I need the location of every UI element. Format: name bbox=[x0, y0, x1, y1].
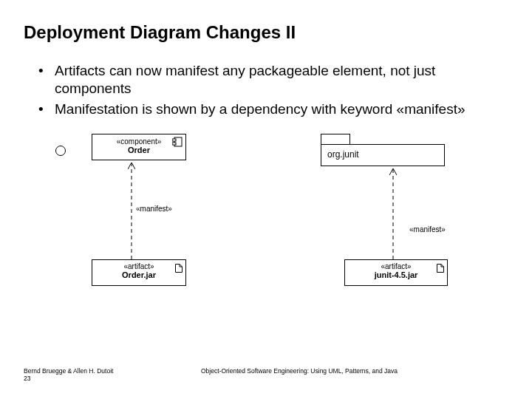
bullet-item: Manifestation is shown by a dependency w… bbox=[38, 100, 508, 118]
manifest-label: «manifest» bbox=[409, 225, 446, 233]
svg-rect-2 bbox=[172, 143, 176, 145]
component-icon bbox=[172, 137, 183, 150]
artifact-stereotype: «artifact» bbox=[92, 262, 185, 270]
uml-component-box: «component» Order bbox=[92, 134, 186, 160]
slide-footer: Bernd Bruegge & Allen H. Dutoit 23 Objec… bbox=[24, 367, 508, 383]
package-name: org.junit bbox=[321, 144, 445, 166]
bullet-list: Artifacts can now manifest any packageab… bbox=[38, 62, 508, 117]
interface-ball-icon bbox=[55, 146, 66, 156]
diagram-area: «component» Order «artifact» Order.jar «… bbox=[35, 131, 508, 323]
slide-title: Deployment Diagram Changes II bbox=[24, 22, 508, 43]
footer-book-title: Object-Oriented Software Engineering: Us… bbox=[201, 367, 398, 375]
artifact-stereotype: «artifact» bbox=[345, 262, 447, 270]
artifact-name: junit-4.5.jar bbox=[345, 270, 447, 279]
document-icon bbox=[175, 262, 183, 276]
uml-artifact-box: «artifact» Order.jar bbox=[92, 259, 186, 286]
uml-package: org.junit bbox=[321, 134, 445, 166]
artifact-name: Order.jar bbox=[92, 270, 185, 279]
footer-page: 23 bbox=[24, 375, 30, 382]
uml-artifact-box: «artifact» junit-4.5.jar bbox=[344, 259, 448, 286]
manifest-label: «manifest» bbox=[136, 205, 172, 213]
footer-authors: Bernd Bruegge & Allen H. Dutoit bbox=[24, 367, 113, 375]
document-icon bbox=[437, 262, 444, 276]
svg-rect-1 bbox=[172, 139, 176, 141]
bullet-item: Artifacts can now manifest any packageab… bbox=[38, 62, 508, 98]
